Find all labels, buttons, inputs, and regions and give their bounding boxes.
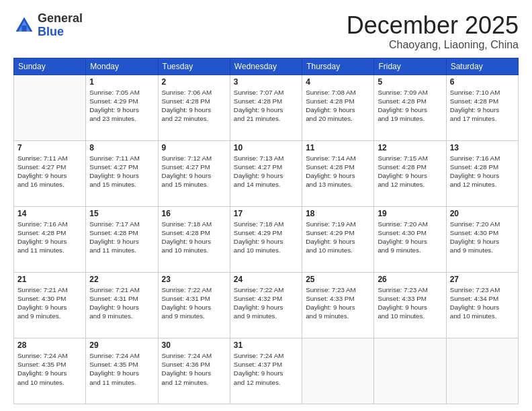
- sunset-text: Sunset: 4:33 PM: [306, 294, 370, 303]
- day-info: Sunrise: 7:13 AMSunset: 4:27 PMDaylight:…: [234, 154, 298, 189]
- day-number: 7: [17, 143, 82, 152]
- sunset-text: Sunset: 4:29 PM: [306, 228, 370, 237]
- calendar: SundayMondayTuesdayWednesdayThursdayFrid…: [13, 58, 519, 404]
- day-info: Sunrise: 7:16 AMSunset: 4:28 PMDaylight:…: [17, 220, 82, 255]
- sunset-text: Sunset: 4:27 PM: [17, 163, 82, 171]
- sunrise-text: Sunrise: 7:23 AM: [306, 285, 370, 294]
- sunrise-text: Sunrise: 7:21 AM: [17, 285, 82, 294]
- daylight-text: Daylight: 9 hoursand 10 minutes.: [306, 237, 370, 255]
- daylight-text: Daylight: 9 hoursand 15 minutes.: [89, 171, 154, 189]
- daylight-text: Daylight: 9 hoursand 16 minutes.: [17, 171, 82, 189]
- logo-icon: [13, 15, 35, 36]
- daylight-text: Daylight: 9 hoursand 9 minutes.: [306, 303, 370, 320]
- sunset-text: Sunset: 4:28 PM: [17, 228, 82, 237]
- day-info: Sunrise: 7:24 AMSunset: 4:36 PMDaylight:…: [162, 351, 226, 387]
- day-info: Sunrise: 7:24 AMSunset: 4:35 PMDaylight:…: [17, 351, 82, 387]
- sunrise-text: Sunrise: 7:11 AM: [89, 154, 154, 163]
- sunset-text: Sunset: 4:28 PM: [306, 163, 370, 171]
- day-number: 21: [17, 275, 82, 284]
- sunrise-text: Sunrise: 7:12 AM: [162, 154, 226, 163]
- sunrise-text: Sunrise: 7:22 AM: [234, 285, 298, 294]
- daylight-text: Daylight: 9 hoursand 9 minutes.: [234, 303, 298, 320]
- daylight-text: Daylight: 9 hoursand 22 minutes.: [162, 105, 226, 123]
- weekday-header-thursday: Thursday: [302, 58, 374, 75]
- calendar-cell: 7Sunrise: 7:11 AMSunset: 4:27 PMDaylight…: [14, 140, 86, 206]
- day-number: 24: [234, 275, 298, 284]
- calendar-cell: 2Sunrise: 7:06 AMSunset: 4:28 PMDaylight…: [158, 75, 230, 140]
- sunrise-text: Sunrise: 7:23 AM: [378, 285, 442, 294]
- day-number: 19: [378, 209, 442, 218]
- day-number: 11: [306, 143, 370, 152]
- calendar-cell: 23Sunrise: 7:22 AMSunset: 4:31 PMDayligh…: [158, 272, 230, 338]
- sunset-text: Sunset: 4:29 PM: [234, 228, 298, 237]
- day-number: 3: [234, 77, 298, 87]
- sunset-text: Sunset: 4:32 PM: [234, 294, 298, 303]
- sunrise-text: Sunrise: 7:15 AM: [378, 154, 442, 163]
- day-info: Sunrise: 7:21 AMSunset: 4:30 PMDaylight:…: [17, 285, 82, 321]
- sunset-text: Sunset: 4:33 PM: [378, 294, 442, 303]
- daylight-text: Daylight: 9 hoursand 10 minutes.: [162, 237, 226, 255]
- day-number: 31: [234, 340, 298, 350]
- calendar-cell: 27Sunrise: 7:23 AMSunset: 4:34 PMDayligh…: [446, 272, 518, 338]
- day-number: 28: [17, 340, 82, 350]
- sunrise-text: Sunrise: 7:10 AM: [450, 88, 515, 97]
- day-number: 26: [378, 275, 442, 284]
- page: General Blue December 2025 Chaoyang, Lia…: [0, 0, 532, 411]
- calendar-week-3: 14Sunrise: 7:16 AMSunset: 4:28 PMDayligh…: [14, 206, 519, 272]
- day-info: Sunrise: 7:23 AMSunset: 4:33 PMDaylight:…: [378, 285, 442, 321]
- sunrise-text: Sunrise: 7:18 AM: [234, 220, 298, 228]
- day-number: 29: [89, 340, 154, 350]
- sunset-text: Sunset: 4:28 PM: [162, 228, 226, 237]
- daylight-text: Daylight: 9 hoursand 12 minutes.: [378, 171, 442, 189]
- daylight-text: Daylight: 9 hoursand 13 minutes.: [306, 171, 370, 189]
- sunrise-text: Sunrise: 7:13 AM: [234, 154, 298, 163]
- daylight-text: Daylight: 9 hoursand 23 minutes.: [89, 105, 154, 123]
- calendar-cell: 5Sunrise: 7:09 AMSunset: 4:28 PMDaylight…: [374, 75, 446, 140]
- calendar-cell: 17Sunrise: 7:18 AMSunset: 4:29 PMDayligh…: [230, 206, 302, 272]
- sunrise-text: Sunrise: 7:07 AM: [234, 88, 298, 97]
- sunset-text: Sunset: 4:34 PM: [450, 294, 515, 303]
- day-number: 2: [162, 77, 226, 87]
- daylight-text: Daylight: 9 hoursand 10 minutes.: [17, 369, 82, 386]
- day-number: 12: [378, 143, 442, 152]
- calendar-cell: 10Sunrise: 7:13 AMSunset: 4:27 PMDayligh…: [230, 140, 302, 206]
- day-info: Sunrise: 7:23 AMSunset: 4:33 PMDaylight:…: [306, 285, 370, 321]
- sunset-text: Sunset: 4:30 PM: [378, 228, 442, 237]
- day-info: Sunrise: 7:18 AMSunset: 4:28 PMDaylight:…: [162, 220, 226, 255]
- sunset-text: Sunset: 4:27 PM: [162, 163, 226, 171]
- calendar-cell: 8Sunrise: 7:11 AMSunset: 4:27 PMDaylight…: [86, 140, 158, 206]
- sunrise-text: Sunrise: 7:05 AM: [89, 88, 154, 97]
- month-title: December 2025: [347, 12, 519, 39]
- calendar-cell: 16Sunrise: 7:18 AMSunset: 4:28 PMDayligh…: [158, 206, 230, 272]
- calendar-cell: [446, 338, 518, 404]
- sunrise-text: Sunrise: 7:20 AM: [450, 220, 515, 228]
- sunrise-text: Sunrise: 7:24 AM: [89, 351, 154, 360]
- day-number: 1: [89, 77, 154, 87]
- header: General Blue December 2025 Chaoyang, Lia…: [13, 12, 519, 51]
- day-number: 22: [89, 275, 154, 284]
- calendar-week-5: 28Sunrise: 7:24 AMSunset: 4:35 PMDayligh…: [14, 338, 519, 404]
- day-info: Sunrise: 7:18 AMSunset: 4:29 PMDaylight:…: [234, 220, 298, 255]
- day-info: Sunrise: 7:22 AMSunset: 4:31 PMDaylight:…: [162, 285, 226, 321]
- daylight-text: Daylight: 9 hoursand 12 minutes.: [162, 369, 226, 386]
- daylight-text: Daylight: 9 hoursand 15 minutes.: [162, 171, 226, 189]
- day-number: 25: [306, 275, 370, 284]
- location-title: Chaoyang, Liaoning, China: [347, 39, 519, 51]
- daylight-text: Daylight: 9 hoursand 11 minutes.: [89, 369, 154, 386]
- calendar-cell: 20Sunrise: 7:20 AMSunset: 4:30 PMDayligh…: [446, 206, 518, 272]
- calendar-cell: 9Sunrise: 7:12 AMSunset: 4:27 PMDaylight…: [158, 140, 230, 206]
- day-info: Sunrise: 7:06 AMSunset: 4:28 PMDaylight:…: [162, 88, 226, 124]
- sunrise-text: Sunrise: 7:09 AM: [378, 88, 442, 97]
- daylight-text: Daylight: 9 hoursand 14 minutes.: [234, 171, 298, 189]
- sunrise-text: Sunrise: 7:19 AM: [306, 220, 370, 228]
- sunrise-text: Sunrise: 7:24 AM: [234, 351, 298, 360]
- calendar-cell: 25Sunrise: 7:23 AMSunset: 4:33 PMDayligh…: [302, 272, 374, 338]
- sunset-text: Sunset: 4:28 PM: [162, 97, 226, 105]
- day-info: Sunrise: 7:05 AMSunset: 4:29 PMDaylight:…: [89, 88, 154, 124]
- sunrise-text: Sunrise: 7:18 AM: [162, 220, 226, 228]
- sunset-text: Sunset: 4:28 PM: [378, 163, 442, 171]
- day-number: 13: [450, 143, 515, 152]
- day-info: Sunrise: 7:24 AMSunset: 4:37 PMDaylight:…: [234, 351, 298, 387]
- daylight-text: Daylight: 9 hoursand 20 minutes.: [306, 105, 370, 123]
- sunrise-text: Sunrise: 7:21 AM: [89, 285, 154, 294]
